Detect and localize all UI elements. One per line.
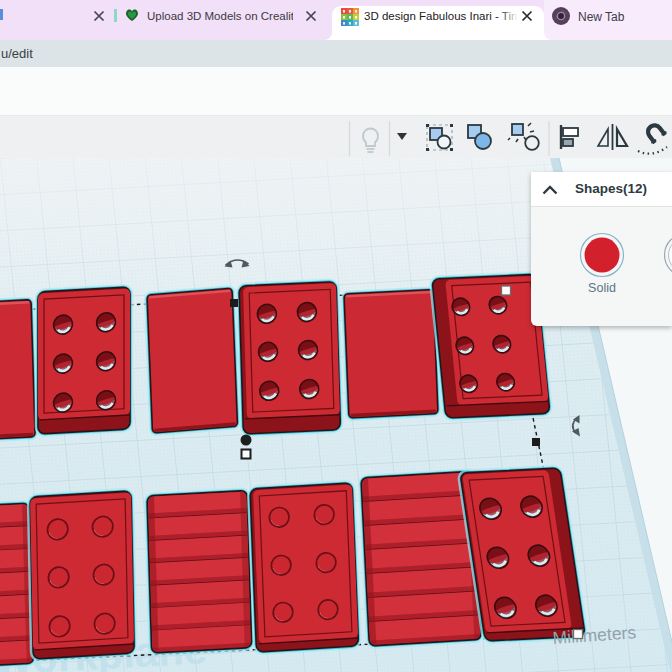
svg-text:Solid: Solid <box>588 281 616 295</box>
